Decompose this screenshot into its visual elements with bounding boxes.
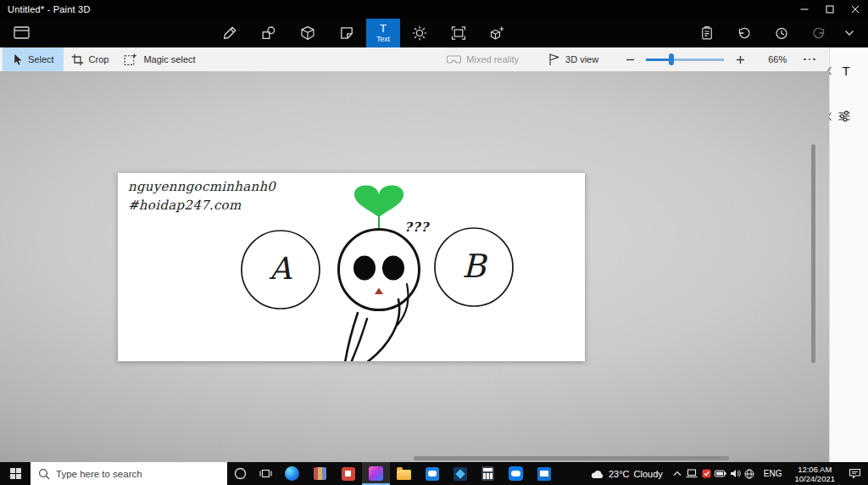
mixed-reality-goggles-icon [447, 54, 461, 65]
3d-view-flag-icon [548, 53, 560, 66]
volume-tray-button[interactable] [728, 462, 743, 485]
maximize-button[interactable] [817, 0, 843, 19]
folder-icon [397, 470, 411, 480]
weather-condition: Cloudy [634, 469, 663, 479]
taskbar-clock[interactable]: 12:06 AM 10/24/2021 [788, 465, 841, 483]
titlebar: Untitled* - Paint 3D [0, 0, 868, 19]
text-tool-label: Text [376, 35, 390, 43]
stickers-icon [339, 25, 354, 41]
tool-group: T Text [210, 19, 517, 47]
zoom-slider[interactable] [646, 53, 724, 65]
zoom-percent-value[interactable]: 66% [768, 54, 787, 64]
start-button[interactable] [0, 462, 31, 485]
task-view-button[interactable] [253, 462, 278, 485]
history-group [688, 19, 861, 47]
redo-icon [811, 25, 826, 41]
history-button[interactable] [763, 19, 800, 47]
redo-button[interactable] [800, 19, 837, 47]
photos-icon [453, 467, 467, 481]
menu-button[interactable] [14, 25, 30, 43]
2d-shapes-icon [261, 25, 276, 41]
more-options-button[interactable] [800, 47, 819, 71]
display-tray-button[interactable] [685, 462, 699, 485]
maximize-icon [826, 5, 834, 14]
speaker-icon [730, 469, 741, 478]
taskbar-photos-button[interactable] [446, 462, 474, 485]
stickers-tool-button[interactable] [327, 19, 366, 47]
select-label: Select [28, 54, 54, 64]
canvas-credit-line2: #hoidap247.com [128, 198, 241, 213]
right-eye [382, 256, 404, 281]
brushes-tool-button[interactable] [210, 19, 249, 47]
battery-tray-button[interactable] [714, 462, 728, 485]
taskbar-mail-button[interactable] [530, 462, 558, 485]
paint3d-window: Untitled* - Paint 3D T [0, 0, 868, 485]
undo-button[interactable] [726, 19, 763, 47]
cortana-button[interactable] [227, 462, 253, 485]
text-panel-button[interactable]: T [826, 59, 868, 81]
canvas-credit-line1: nguyenngocminhanh0 [128, 179, 275, 194]
2d-shapes-tool-button[interactable] [249, 19, 288, 47]
mixed-reality-button[interactable]: Mixed reality [440, 47, 526, 71]
magic-select-button[interactable]: Magic select [116, 47, 203, 71]
options-panel-button[interactable] [826, 105, 868, 127]
option-b-label: B [453, 248, 494, 285]
select-button[interactable]: Select [3, 47, 64, 71]
antivirus-tray-button[interactable] [699, 462, 714, 485]
close-icon [851, 5, 860, 14]
taskbar-edge-button[interactable] [278, 462, 306, 485]
3d-view-button[interactable]: 3D view [541, 47, 605, 71]
taskbar-chat-app-button[interactable] [418, 462, 446, 485]
network-tray-button[interactable] [743, 462, 757, 485]
taskbar-books-app-button[interactable] [306, 462, 334, 485]
effects-sun-icon [412, 25, 427, 41]
left-eye [353, 256, 376, 281]
vertical-scrollbar[interactable] [811, 144, 815, 363]
canvas-workspace: nguyenngocminhanh0 #hoidap247.com A B ??… [0, 71, 829, 462]
weather-widget[interactable]: 23°C Cloudy [583, 469, 670, 479]
crop-button[interactable]: Crop [64, 47, 117, 71]
show-hidden-icons-button[interactable] [670, 462, 685, 485]
taskbar-file-explorer-button[interactable] [390, 462, 418, 485]
laptop-icon [686, 469, 698, 478]
3d-library-tool-button[interactable] [478, 19, 517, 47]
taskbar-paint3d-button[interactable] [362, 462, 390, 485]
paint3d-icon [369, 466, 383, 481]
3d-view-label: 3D view [565, 54, 598, 64]
action-center-button[interactable] [841, 468, 868, 479]
3d-shapes-tool-button[interactable] [288, 19, 327, 47]
clock-time: 12:06 AM [794, 465, 835, 474]
minimize-icon [800, 5, 809, 14]
effects-tool-button[interactable] [400, 19, 439, 47]
brush-icon [222, 25, 237, 41]
drawing-canvas[interactable]: nguyenngocminhanh0 #hoidap247.com A B ??… [118, 173, 585, 361]
action-center-icon [849, 468, 861, 479]
text-tool-button[interactable]: T Text [366, 19, 400, 47]
zoom-in-button[interactable] [731, 47, 749, 71]
toolbar-expand-button[interactable] [837, 19, 861, 47]
red-shield-icon [702, 469, 711, 478]
menu-icon [14, 25, 30, 40]
zoom-slider-thumb[interactable] [669, 53, 674, 65]
horizontal-scrollbar[interactable] [414, 456, 729, 460]
paste-button[interactable] [688, 19, 726, 47]
taskbar-red-app-button[interactable] [334, 462, 362, 485]
taskbar-zalo-button[interactable] [502, 462, 530, 485]
zoom-out-button[interactable] [620, 47, 639, 71]
close-button[interactable] [843, 0, 868, 19]
search-input[interactable] [56, 469, 220, 479]
history-clock-icon [774, 25, 789, 41]
zoom-slider-fill [646, 59, 670, 61]
main-toolbar: T Text [0, 19, 868, 47]
panel-text-icon: T [837, 64, 854, 78]
minimize-button[interactable] [792, 0, 817, 19]
language-code: ENG [764, 469, 782, 478]
taskbar-calculator-button[interactable] [474, 462, 502, 485]
language-indicator[interactable]: ENG [757, 469, 789, 478]
side-panel: T [829, 47, 868, 462]
plus-icon [736, 55, 745, 64]
canvas-tool-button[interactable] [439, 19, 478, 47]
zalo-icon [509, 466, 523, 481]
taskbar: 23°C Cloudy ENG 12:06 AM [0, 462, 868, 485]
taskbar-search[interactable] [31, 462, 227, 485]
